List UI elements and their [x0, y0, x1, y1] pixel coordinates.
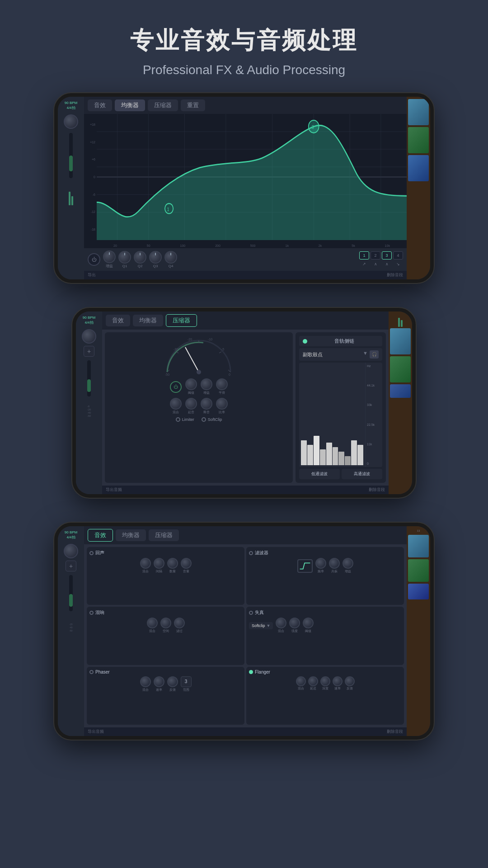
flanger-knob-delay[interactable]: 延迟: [308, 676, 318, 691]
add-btn-3[interactable]: +: [66, 561, 76, 571]
comp-knob-release[interactable]: 释音: [201, 398, 212, 415]
comp-knob-smooth[interactable]: 平滑: [216, 378, 228, 395]
reverb-knob-volume[interactable]: 音量: [181, 558, 192, 574]
eq-graph: +18 +12 +6 0 -6 -12 -18: [84, 114, 407, 248]
filter-buttons: 低通滤波 高通滤波: [299, 469, 382, 479]
tab-fx-1[interactable]: 音效: [88, 99, 112, 111]
fx-phaser-module: Phaser 混合 速率 反馈: [87, 667, 244, 725]
comp-knob-mix[interactable]: 混合: [170, 398, 182, 415]
phaser-knob-mix[interactable]: 混合: [140, 676, 151, 692]
phaser-knob-rate[interactable]: 速率: [154, 676, 164, 692]
filter-knob-gain[interactable]: 增益: [343, 558, 353, 574]
comp-screen: 90 BPM 4/4拍 + -8 -20 -40 -60: [76, 311, 412, 494]
band-btn-4[interactable]: 4: [393, 251, 403, 259]
tab-fx-2[interactable]: 音效: [106, 315, 130, 326]
right-wood-2: [389, 311, 412, 494]
eq-screen: 90 BPM 4/4拍 音效 均衡器: [58, 97, 430, 279]
flanger-knob-depth[interactable]: 深度: [320, 676, 330, 691]
chorus-knob-mix[interactable]: 混合: [147, 618, 158, 633]
band-btn-3[interactable]: 3: [382, 251, 392, 259]
right-wood-3: 13: [407, 526, 430, 736]
tab-eq-1[interactable]: 均衡器: [115, 99, 145, 111]
delete-btn-2[interactable]: 删除音段: [369, 487, 385, 493]
tab-comp-3[interactable]: 压缩器: [149, 529, 179, 541]
chorus-knob-filter[interactable]: 滤过: [174, 618, 185, 633]
svg-text:1: 1: [167, 207, 169, 212]
tab-comp-1[interactable]: 压缩器: [148, 99, 178, 111]
eq-power-btn[interactable]: ⏻: [88, 253, 100, 266]
meter-3: -20 -40 -60: [69, 614, 72, 632]
eq-controls-bar: ⏻ 增益 Q1 Q2: [84, 248, 407, 271]
filter-shape-icon[interactable]: [297, 559, 313, 573]
limiter-option[interactable]: Limiter: [176, 417, 194, 422]
distort-dropdown[interactable]: Softclip ▼: [249, 622, 273, 629]
phone-mockup-2: 90 BPM 4/4拍 + -8 -20 -40 -60: [72, 308, 416, 498]
distort-knob-threshold[interactable]: 阈值: [303, 618, 314, 633]
tab-comp-2[interactable]: 压缩器: [166, 314, 197, 327]
fx-filter-module: 滤波器 频率: [246, 547, 404, 605]
chorus-knob-space[interactable]: 空间: [160, 618, 171, 633]
knob-gain[interactable]: 增益: [103, 250, 116, 269]
svg-line-29: [185, 347, 199, 372]
tab-eq-3[interactable]: 均衡器: [116, 529, 146, 541]
comp-power-btn[interactable]: ⏻: [170, 381, 182, 393]
delete-btn-1[interactable]: 删除音段: [387, 272, 403, 278]
fx-screen: 90 BPM 4/4拍 + -20 -40 -60 音效: [58, 526, 430, 736]
delete-btn-3[interactable]: 删除音段: [387, 729, 403, 735]
sidechain-header: 音轨侧链: [299, 336, 382, 346]
left-panel-1: 90 BPM 4/4拍: [58, 97, 84, 279]
comp-knob-ratio[interactable]: 比率: [216, 398, 228, 415]
knob-q3[interactable]: Q3: [149, 251, 162, 268]
distort-knob-intensity[interactable]: 强度: [289, 618, 300, 633]
knob-q4[interactable]: Q4: [164, 251, 177, 268]
comp-knob-attack[interactable]: 起音: [185, 398, 197, 415]
flanger-knob-mix[interactable]: 混合: [296, 676, 306, 691]
knob-q2[interactable]: Q2: [134, 251, 146, 268]
left-panel-3: 90 BPM 4/4拍 + -20 -40 -60: [58, 526, 84, 736]
reverb-knob-count[interactable]: 数量: [167, 558, 178, 574]
reverb-knob-interval[interactable]: 间隔: [154, 558, 164, 574]
highpass-btn[interactable]: 高通滤波: [342, 469, 382, 479]
filter-knob-resonance[interactable]: 共振: [329, 558, 340, 574]
svg-text:-20: -20: [188, 338, 192, 341]
limiter-row: Limiter SoftClip: [174, 417, 224, 422]
distort-knob-mix[interactable]: 混合: [276, 618, 286, 633]
add-btn[interactable]: +: [84, 346, 94, 357]
lowpass-btn[interactable]: 低通滤波: [299, 469, 340, 479]
volume-slider-1[interactable]: [69, 133, 73, 178]
tab-fx-3[interactable]: 音效: [88, 529, 113, 542]
fx-flanger-module: Flanger 混合 延迟 深度: [246, 667, 404, 725]
svg-text:-30: -30: [174, 348, 178, 351]
flanger-knob-rate[interactable]: 速率: [333, 676, 343, 691]
reverb-knob-mix[interactable]: 混合: [140, 558, 151, 574]
phaser-knob-feedback[interactable]: 反馈: [167, 676, 178, 692]
vol-slider-3[interactable]: [69, 575, 73, 611]
export-btn-1[interactable]: 导出: [88, 272, 96, 278]
softclip-option[interactable]: SoftClip: [202, 417, 222, 422]
tab-eq-2[interactable]: 均衡器: [133, 315, 163, 326]
band-btn-2[interactable]: 2: [371, 251, 380, 259]
bpm-display-2: 90 BPM 4/4拍: [83, 315, 95, 325]
export-btn-2[interactable]: 导出音频: [106, 487, 122, 493]
band-buttons: 1 2 3 4 ↗ ∧ ∧ ↘: [359, 251, 403, 268]
meter-1: [69, 183, 73, 205]
vol-slider-2[interactable]: [87, 360, 91, 396]
meter-2: -8 -20 -40 -60: [87, 399, 91, 417]
export-btn-3[interactable]: 导出音频: [88, 729, 104, 735]
filter-knob-freq[interactable]: 频率: [315, 558, 326, 574]
svg-text:-5: -5: [221, 348, 224, 351]
comp-knob-gain[interactable]: 增益: [201, 378, 212, 395]
comp-knob-threshold[interactable]: 阈值: [185, 378, 197, 395]
sidechain-source[interactable]: 副歌鼓点 ▼ 🎧: [299, 348, 382, 361]
bottom-bar-1: 导出 删除音段: [84, 271, 407, 279]
power-knob-1[interactable]: [64, 114, 78, 129]
eq-y-axis: +18 +12 +6 0 -6 -12 -18: [84, 114, 97, 240]
phaser-value-display: 3 范围: [181, 676, 192, 692]
title-english: Professional FX & Audio Processing: [9, 63, 479, 77]
band-btn-1[interactable]: 1: [359, 251, 369, 259]
tab-reset-1[interactable]: 重置: [181, 99, 205, 111]
power-knob-2[interactable]: [82, 329, 96, 344]
knob-q1[interactable]: Q1: [118, 251, 131, 268]
flanger-knob-feedback[interactable]: 反馈: [345, 676, 355, 691]
power-knob-3[interactable]: [64, 544, 78, 558]
